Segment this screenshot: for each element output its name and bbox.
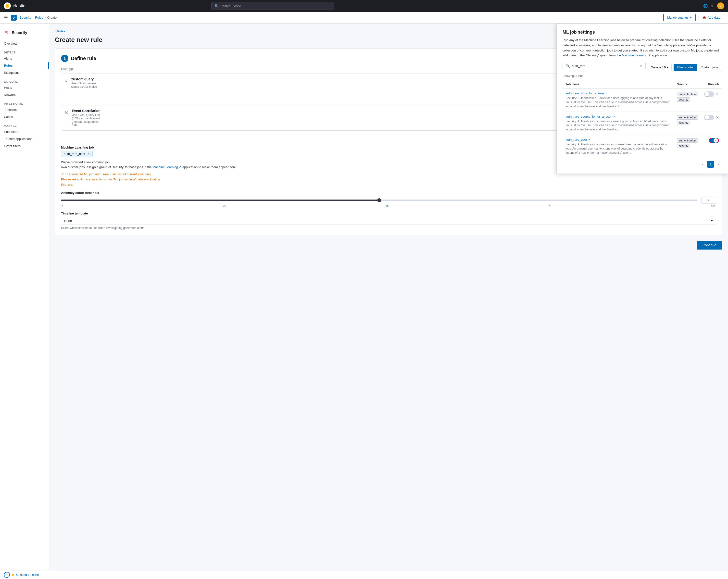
- timeline-template-label: Timeline template: [61, 212, 716, 215]
- breadcrumb-sep-2: ›: [45, 16, 46, 19]
- timeline-label[interactable]: Untitled timeline: [16, 573, 39, 577]
- sidebar-item-exceptions[interactable]: Exceptions: [0, 69, 49, 76]
- logo[interactable]: elastic: [4, 2, 25, 9]
- job-3-name-cell: auth_rare_user ↗ Security: Authenticatio…: [563, 135, 674, 158]
- step-badge: 1: [61, 55, 69, 62]
- job-1-tag-authentication: authentication: [677, 92, 698, 96]
- app-layout: Security Overview Detect Alerts Rules Ex…: [0, 24, 728, 579]
- add-timeline-button[interactable]: +: [4, 572, 10, 578]
- job-3-name-link[interactable]: auth_rare_user ↗: [566, 138, 671, 141]
- slider-track[interactable]: [61, 200, 697, 201]
- job-1-run-cell: ✕: [701, 88, 722, 111]
- timeline-template-select[interactable]: None ▾: [61, 217, 716, 225]
- menu-toggle-icon[interactable]: ☰: [4, 15, 8, 20]
- search-bar-icon: 🔍: [566, 64, 570, 68]
- sidebar-item-trusted-applications[interactable]: Trusted applications: [0, 135, 49, 142]
- job-1-name-link[interactable]: auth_rare_hour_for_a_user ↗: [566, 91, 671, 95]
- table-header-row: Job name Groups Run job: [563, 81, 722, 88]
- slider-fill: [61, 200, 379, 201]
- sidebar: Security Overview Detect Alerts Rules Ex…: [0, 24, 49, 579]
- elastic-wordmark: elastic: [13, 3, 25, 8]
- job-2-name-link[interactable]: auth_rare_source_ip_for_a_user ↗: [566, 115, 671, 119]
- sidebar-item-endpoints[interactable]: Endpoints: [0, 128, 49, 135]
- jobs-table: Job name Groups Run job auth_rare_hour_f…: [563, 81, 722, 158]
- job-2-toggle[interactable]: [704, 115, 714, 120]
- sidebar-item-hosts[interactable]: Hosts: [0, 84, 49, 91]
- sidebar-title: Security: [12, 31, 27, 35]
- slider-row: 50: [61, 196, 716, 204]
- sidebar-item-network[interactable]: Network: [0, 91, 49, 98]
- sidebar-item-rules[interactable]: Rules: [0, 62, 49, 69]
- showing-jobs-text: Showing: 3 jobs: [563, 74, 722, 78]
- timeline-template-hint: Select which timeline to use when invest…: [61, 226, 716, 230]
- event-correlation-content: Event Correlation Use Event Query Lan(EQ…: [72, 109, 101, 127]
- breadcrumb: Security › Rules › Create: [20, 16, 57, 19]
- integrations-icon[interactable]: 🌐: [703, 4, 708, 8]
- back-link-text: Rules: [57, 29, 65, 33]
- breadcrumb-rules[interactable]: Rules: [35, 16, 43, 19]
- slider-value-box[interactable]: 50: [701, 196, 716, 204]
- event-correlation-desc: Use Event Query Lan(EQL) to match eventg…: [72, 113, 101, 127]
- job-search-input[interactable]: [572, 64, 638, 68]
- sidebar-section-investigate: Investigate Timelines Cases: [0, 100, 49, 121]
- job-2-tag-security: security: [677, 121, 691, 125]
- sidebar-item-timelines[interactable]: Timelines: [0, 106, 49, 113]
- pagination-prev-button[interactable]: ‹: [699, 161, 706, 168]
- job-2-tag-authentication: authentication: [677, 115, 698, 120]
- sidebar-section-investigate-label: Investigate: [0, 100, 49, 106]
- sidebar-item-event-filters[interactable]: Event filters: [0, 142, 49, 150]
- continue-button[interactable]: Continue: [697, 241, 722, 249]
- search-clear-icon[interactable]: ✕: [640, 64, 643, 68]
- notifications-icon[interactable]: ✈: [711, 4, 714, 8]
- add-data-label: Add data: [708, 16, 720, 19]
- jobs-tab-group: Elastic jobs Custom jobs: [674, 64, 722, 71]
- add-data-icon: 📥: [702, 16, 706, 19]
- elastic-logo-icon: [4, 2, 11, 9]
- ml-job-remove-icon[interactable]: ✕: [87, 152, 90, 156]
- ml-job-settings-button[interactable]: ML job settings ▾: [663, 14, 696, 21]
- global-search-bar[interactable]: 🔍 Search Elastic: [211, 2, 334, 10]
- sidebar-item-cases[interactable]: Cases: [0, 113, 49, 121]
- sidebar-section-manage: Manage Endpoints Trusted applications Ev…: [0, 122, 49, 150]
- table-row: auth_rare_user ↗ Security: Authenticatio…: [563, 135, 722, 158]
- breadcrumb-create: Create: [47, 16, 57, 19]
- overlay-ml-link[interactable]: Machine Learning: [622, 53, 647, 57]
- timeline-template-chevron-icon: ▾: [711, 219, 713, 222]
- back-arrow-icon: ‹: [55, 29, 56, 33]
- top-navbar: elastic 🔍 Search Elastic 🌐 ✈ J: [0, 0, 728, 12]
- job-2-name-cell: auth_rare_source_ip_for_a_user ↗ Securit…: [563, 111, 674, 135]
- job-search-bar[interactable]: 🔍 ✕: [563, 62, 646, 69]
- job-1-toggle-x-icon[interactable]: ✕: [716, 92, 719, 96]
- job-1-toggle[interactable]: [704, 91, 714, 97]
- custom-query-icon: ○: [65, 78, 68, 83]
- groups-filter-button[interactable]: Groups 16 ▾: [648, 64, 672, 71]
- bottom-bar: + Untitled timeline: [0, 570, 728, 579]
- sidebar-item-alerts[interactable]: Alerts: [0, 55, 49, 62]
- user-avatar[interactable]: J: [717, 2, 724, 9]
- nav-right-controls: 🌐 ✈ J: [703, 2, 724, 9]
- sidebar-item-overview[interactable]: Overview: [0, 40, 49, 47]
- job-3-toggle[interactable]: [709, 138, 719, 143]
- card-title-text: Define rule: [71, 56, 96, 61]
- job-2-toggle-x-icon[interactable]: ✕: [716, 115, 719, 120]
- svg-point-4: [7, 33, 8, 34]
- custom-jobs-tab[interactable]: Custom jobs: [697, 64, 722, 71]
- job-3-run-cell: [701, 135, 722, 158]
- elastic-jobs-tab[interactable]: Elastic jobs: [674, 64, 697, 71]
- pagination-next-button[interactable]: ›: [715, 161, 722, 168]
- job-1-name-cell: auth_rare_hour_for_a_user ↗ Security: Au…: [563, 88, 674, 111]
- custom-query-title: Custom query: [71, 77, 97, 81]
- slider-label-0: 0: [61, 205, 63, 208]
- search-icon: 🔍: [214, 4, 218, 8]
- pagination-page-1-button[interactable]: 1: [707, 161, 714, 168]
- add-data-button[interactable]: 📥 Add data: [699, 14, 724, 21]
- breadcrumb-security[interactable]: Security: [20, 16, 31, 19]
- sidebar-logo: [4, 29, 10, 36]
- col-job-name: Job name: [563, 81, 674, 88]
- sidebar-section-manage-label: Manage: [0, 122, 49, 128]
- machine-learning-link[interactable]: Machine Learning ↗: [153, 165, 182, 169]
- job-3-run-job-cell: [704, 138, 719, 143]
- table-row: auth_rare_source_ip_for_a_user ↗ Securit…: [563, 111, 722, 135]
- slider-thumb[interactable]: [377, 198, 381, 202]
- ml-warning-text: ⚠ The selected ML job, auth_rare_user, i…: [61, 172, 716, 187]
